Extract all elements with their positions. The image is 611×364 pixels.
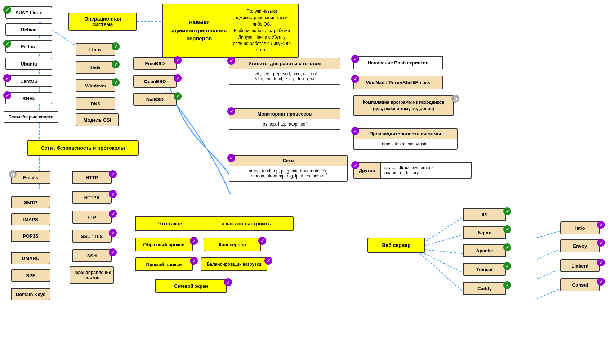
http-node: HTTP [72, 171, 112, 184]
ftp-check: ✓ [109, 210, 117, 218]
compile-check: ◑ [451, 95, 459, 103]
main-subtitle-text: Получи навыки администрирования какой-ли… [231, 8, 293, 53]
firewall-node: Сетевой экран [155, 279, 227, 293]
tomcat-node: Tomcat [463, 263, 506, 276]
os-label: Операционная система [73, 16, 132, 27]
domainkeys-node: Domain Keys [11, 288, 50, 300]
netbsd-node: NetBSD [133, 93, 177, 106]
proc-mon-box: Мониторинг процессов ps, top, htop, atop… [229, 108, 340, 130]
suse-node: SUSE Linux [5, 6, 52, 19]
osi-node: Модель OSI [76, 113, 119, 126]
imaps-label: IMAPS [23, 217, 38, 222]
firewall-label: Сетевой экран [174, 283, 208, 289]
smtp-node: SMTP [11, 196, 50, 208]
svg-line-15 [537, 230, 562, 238]
ssltls-check: ✓ [109, 229, 117, 237]
ftp-node: FTP [72, 211, 112, 224]
iis-node: IIS [463, 208, 506, 221]
centos-label: CentOS [20, 78, 37, 84]
osi-label: Модель OSI [84, 117, 111, 123]
net-sec-node: Сети , безопасность и протоколы [27, 140, 139, 156]
rev-proxy-label: Обратный прокси [143, 242, 185, 247]
rhel-label: RHEL [22, 96, 35, 101]
whitelist-label: Белые/серые списки [8, 114, 53, 120]
fwd-proxy-check: ✓ [190, 257, 198, 265]
istio-label: Istio [575, 225, 585, 231]
envoy-node: Envoy [560, 239, 600, 252]
main-title-text: Навыки администрирования серверов [168, 18, 231, 43]
openbsd-node: OpenBSD [133, 75, 177, 88]
lb-check: ✓ [264, 257, 272, 265]
ftp-label: FTP [88, 215, 97, 220]
bash-check: ✓ [351, 55, 359, 63]
proc-mon-title: Мониторинг процессов [229, 109, 340, 119]
linkerd-node: Linkerd [560, 259, 600, 272]
https-label: HTTPS [84, 195, 100, 200]
http-label: HTTP [86, 175, 98, 180]
proc-mon-body: ps, top, htop, atop, lsof [229, 119, 340, 129]
web-server-label: Веб сервер [382, 242, 410, 248]
istio-check: ✓ [597, 221, 605, 229]
what-is-node: Что такое _____________ и как это настро… [135, 216, 294, 231]
compile-box: Компиляция программ из исходников (gcc, … [353, 95, 454, 116]
dns-label: DNS [90, 101, 100, 107]
emails-label: Emails [23, 175, 38, 180]
iis-check: ✓ [503, 207, 511, 215]
vim-check: ✓ [351, 75, 359, 83]
cache-node: Каш сервер [204, 238, 261, 251]
portfwd-node: Перенаправление портов [70, 266, 114, 284]
emails-check: ◑ [9, 170, 17, 178]
unix-label: Unix [90, 65, 101, 71]
linux-check: ✓ [112, 42, 120, 50]
firewall-check: ✓ [224, 278, 232, 286]
rev-proxy-node: Обратный прокси [135, 238, 193, 251]
vim-node: Vim/Nano/PowerShell/Emacs [353, 76, 443, 89]
svg-line-17 [537, 268, 562, 279]
caddy-check: ✓ [503, 281, 511, 289]
apache-label: Apache [476, 248, 493, 253]
fedora-check: ✓ [3, 40, 11, 48]
compile-label: Компиляция программ из исходников (gcc, … [363, 100, 445, 111]
os-node: Операционная система [68, 13, 137, 31]
web-server-node: Веб сервер [367, 238, 425, 253]
dmarc-node: DMARC [11, 252, 50, 264]
apache-node: Apache [463, 244, 506, 257]
other-box: Другие strace, dtrace, systemtapuname, d… [353, 162, 472, 179]
fwd-proxy-node: Прямой прокси [135, 257, 193, 271]
netbsd-label: NetBSD [146, 97, 164, 102]
windows-check: ✓ [112, 78, 120, 86]
freebsd-label: FreeBSD [145, 61, 165, 66]
main-title-box: Навыки администрирования серверов Получи… [162, 4, 299, 58]
iis-label: IIS [482, 212, 487, 217]
svg-line-14 [414, 248, 465, 293]
linkerd-check: ✓ [597, 259, 605, 266]
fedora-label: Fedora [21, 44, 36, 49]
suse-check: ✓ [3, 6, 11, 14]
linkerd-label: Linkerd [572, 263, 589, 269]
unix-check: ✓ [112, 60, 120, 68]
netbsd-check: ✓ [174, 92, 182, 100]
ssh-check: ✓ [109, 248, 117, 256]
https-check: ✓ [109, 190, 117, 198]
bash-label: Написание Bash скриптов [368, 60, 429, 66]
istio-node: Istio [560, 221, 600, 234]
freebsd-check: ✓ [174, 56, 182, 64]
consul-node: Consul [560, 278, 600, 291]
unix-node: Unix [76, 61, 115, 74]
spf-node: SPF [11, 269, 50, 282]
portfwd-label: Перенаправление портов [72, 270, 111, 280]
windows-node: Windows [76, 79, 115, 92]
proc-mon-check: ✓ [227, 107, 235, 115]
svg-line-18 [537, 288, 562, 299]
ssh-node: SSH [72, 249, 112, 262]
ssltls-label: SSL / TLS [81, 234, 103, 239]
rhel-check: ✓ [3, 91, 11, 99]
smtp-label: SMTP [24, 200, 37, 205]
debian-label: Debian [21, 27, 36, 32]
other-check: ✓ [351, 161, 359, 169]
http-check: ✓ [109, 170, 117, 178]
dns-node: DNS [76, 97, 115, 110]
text-utils-body: awk, sed, grep, sort, uniq, cat, cutecho… [229, 69, 340, 84]
envoy-check: ✓ [597, 239, 605, 247]
openbsd-check: ✓ [174, 74, 182, 82]
